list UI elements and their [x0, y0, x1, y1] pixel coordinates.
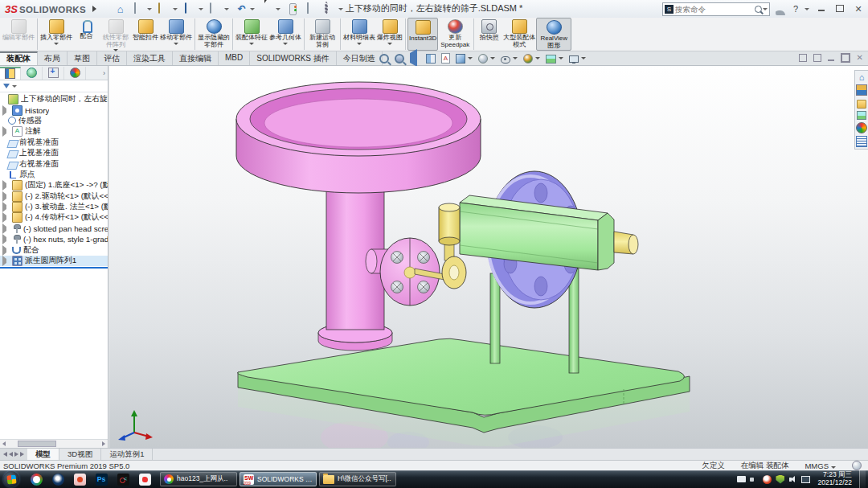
help-caret-icon[interactable]	[805, 8, 809, 10]
scrollbar-thumb[interactable]	[18, 441, 56, 447]
tab-render-tools[interactable]: 渲染工具	[127, 51, 173, 65]
child-window-icon[interactable]	[799, 54, 807, 62]
tree-item-hex-nuts[interactable]: (-) hex nuts, style 1-grades ab gb	[0, 234, 108, 244]
scroll-right-icon[interactable]	[102, 441, 105, 446]
expand-arrow-icon[interactable]	[2, 191, 10, 202]
instant3d-button[interactable]: Instant3D	[407, 18, 438, 51]
dropdown-caret-icon[interactable]	[224, 8, 229, 10]
search-icon[interactable]	[755, 6, 762, 13]
expand-arrow-icon[interactable]	[2, 223, 10, 234]
restore-button[interactable]	[833, 4, 846, 14]
linear-component-pattern-button[interactable]: 线性零部件阵列	[100, 18, 132, 51]
scroll-left-icon[interactable]	[9, 452, 13, 457]
rollback-bar[interactable]	[0, 267, 108, 269]
manager-tabs-overflow[interactable]: ›	[103, 69, 105, 77]
help-button[interactable]: ?	[793, 4, 798, 14]
units-selector[interactable]: MMGS	[805, 461, 836, 470]
tab-today-mfg[interactable]: 今日制造	[337, 51, 383, 65]
tree-item-driven-disc[interactable]: (-) 3.被动盘. 法兰<1> (默认<<默认	[0, 202, 108, 212]
taskbar-clock[interactable]: 7:23 周三 2021/12/22	[817, 471, 852, 487]
scroll-first-icon[interactable]	[3, 452, 7, 457]
tab-solidworks-addins[interactable]: SOLIDWORKS 插件	[250, 51, 337, 65]
tree-item-base-part[interactable]: (固定) 1.底座<1> ->? (默认<<默认	[0, 180, 108, 191]
zoom-to-fit-icon[interactable]	[379, 54, 389, 64]
new-document-icon[interactable]	[134, 2, 136, 14]
tab-motion-study-1[interactable]: 运动算例1	[101, 449, 153, 460]
edit-component-button[interactable]: 编辑零部件	[2, 18, 35, 51]
section-view-icon[interactable]	[426, 54, 436, 64]
tab-scroll-buttons[interactable]	[0, 449, 27, 460]
child-restore-icon[interactable]	[841, 53, 850, 63]
tab-mbd[interactable]: MBD	[219, 51, 250, 65]
realview-graphics-button[interactable]: RealView 图形	[536, 18, 571, 51]
tab-evaluate[interactable]: 评估	[97, 51, 127, 65]
tree-item-history[interactable]: History	[0, 105, 108, 115]
select-cursor-icon[interactable]	[264, 0, 270, 13]
scroll-last-icon[interactable]	[20, 452, 24, 457]
expand-arrow-icon[interactable]	[2, 180, 10, 191]
tree-item-sensors[interactable]: 传感器	[0, 116, 108, 126]
view-orientation-icon[interactable]	[456, 54, 465, 64]
large-assembly-mode-button[interactable]: 大型装配体模式	[502, 18, 536, 51]
apply-scene-icon[interactable]	[546, 55, 556, 64]
expand-arrow-icon[interactable]	[2, 212, 10, 223]
dropdown-caret-icon[interactable]	[199, 8, 203, 10]
command-search-box[interactable]: S	[662, 2, 770, 16]
bill-of-materials-button[interactable]: 材料明细表	[342, 18, 376, 51]
file-properties-icon[interactable]	[307, 2, 309, 14]
new-motion-study-button[interactable]: 新建运动算例	[306, 18, 338, 51]
tree-item-origin[interactable]: 原点	[0, 170, 108, 180]
menu-flyout-arrow-icon[interactable]	[92, 6, 96, 12]
tab-3d-views[interactable]: 3D视图	[59, 449, 101, 460]
tree-item-assembly-root[interactable]: 上下移动的同时，左右旋转的筛子 (默认..	[0, 94, 108, 105]
view-settings-icon[interactable]	[569, 55, 579, 63]
quick-tips-icon[interactable]	[852, 461, 862, 470]
assembly-features-button[interactable]: 装配体特征	[235, 18, 268, 51]
tree-item-mates[interactable]: 配合	[0, 244, 108, 255]
model-bowl[interactable]	[236, 82, 481, 193]
show-hidden-components-button[interactable]: 显示隐藏的零部件	[197, 18, 231, 51]
tray-mini-icon[interactable]	[750, 478, 754, 482]
design-library-icon[interactable]	[856, 84, 867, 96]
dropdown-caret-icon[interactable]	[276, 8, 280, 10]
close-button[interactable]: ✕	[852, 4, 865, 14]
previous-view-icon[interactable]	[410, 49, 417, 67]
dropdown-caret-icon[interactable]	[559, 57, 563, 59]
volume-icon[interactable]	[788, 475, 797, 484]
dropdown-caret-icon[interactable]	[490, 57, 495, 59]
custom-properties-icon[interactable]	[856, 136, 867, 147]
dropdown-caret-icon[interactable]	[173, 8, 178, 10]
take-snapshot-button[interactable]: 拍快照	[476, 18, 502, 51]
camera-app-button[interactable]	[72, 472, 87, 486]
dropdown-caret-icon[interactable]	[535, 57, 540, 59]
solidworks-window-button[interactable]: SOLIDWORKS P..	[240, 472, 317, 486]
expand-arrow-icon[interactable]	[2, 234, 10, 244]
input-method-icon[interactable]	[737, 476, 746, 482]
child-window-icon[interactable]	[813, 54, 821, 62]
mate-button[interactable]: 配合	[73, 18, 100, 51]
expand-arrow-icon[interactable]	[2, 126, 10, 137]
model-support-post-left[interactable]	[490, 273, 500, 363]
reference-geometry-button[interactable]: 参考几何体	[268, 18, 302, 51]
filter-caret-icon[interactable]	[12, 85, 17, 88]
search-dropdown-caret-icon[interactable]	[763, 8, 768, 10]
start-button[interactable]	[3, 471, 19, 487]
tree-item-top-plane[interactable]: 上视基准面	[0, 148, 108, 158]
exploded-view-button[interactable]: 爆炸视图	[376, 18, 403, 51]
scroll-right-icon[interactable]	[14, 452, 18, 457]
print-icon[interactable]	[210, 2, 211, 14]
network-icon[interactable]	[801, 476, 810, 483]
zoom-to-area-icon[interactable]	[395, 54, 404, 64]
tab-direct-editing[interactable]: 直接编辑	[173, 51, 219, 65]
assembly-3d-model[interactable]	[109, 66, 868, 448]
dynamic-annotation-views-icon[interactable]: A	[441, 53, 450, 64]
antivirus-tray-icon[interactable]	[763, 475, 772, 484]
tree-filter-row[interactable]	[0, 80, 108, 92]
displaymanager-tab[interactable]	[64, 67, 86, 80]
tab-model[interactable]: 模型	[27, 449, 59, 460]
insert-components-button[interactable]: 插入零部件	[39, 18, 73, 51]
shield-tray-icon[interactable]	[776, 475, 784, 484]
smart-fasteners-button[interactable]: 智能扣件	[132, 18, 159, 51]
expand-arrow-icon[interactable]	[2, 245, 10, 256]
dropdown-caret-icon[interactable]	[338, 8, 343, 10]
